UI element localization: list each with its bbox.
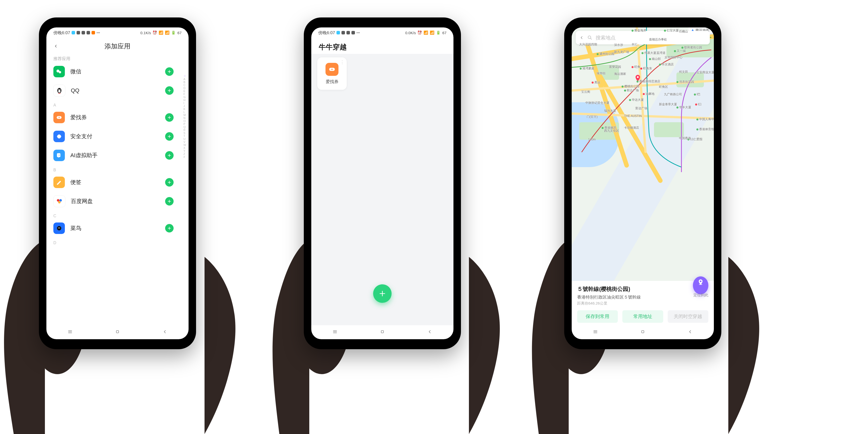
wechat-icon — [53, 66, 65, 77]
app-row[interactable]: 百度网盘 + — [46, 192, 189, 211]
status-app-icon — [71, 31, 75, 34]
add-button[interactable]: + — [165, 151, 174, 160]
map-label: 埃华街 — [597, 71, 606, 75]
add-button[interactable]: + — [165, 67, 174, 76]
map-label: 香港康得思酒店 — [637, 79, 660, 84]
phone-2: 傍晚6:07 ••• 0.0K/s ⏰̸ 📶 📶 🔋 67 牛牛穿越 — [304, 18, 461, 349]
alpha-index-letter[interactable]: V — [184, 141, 186, 144]
baidu-pan-icon — [53, 195, 65, 207]
add-fab[interactable] — [373, 284, 392, 303]
alpha-index-letter[interactable]: Z — [184, 152, 186, 155]
alpha-index-letter[interactable]: W — [184, 144, 186, 147]
map-label: 中旅协记货仓大厦 — [585, 101, 609, 105]
alpha-index-letter[interactable]: I — [184, 101, 186, 104]
home-button[interactable] — [115, 329, 120, 336]
status-rate: 0.0K/s — [405, 31, 416, 35]
close-warp-button[interactable]: 关闭时空穿越 — [668, 310, 708, 323]
map-label: 奥运 — [592, 80, 600, 85]
app-row[interactable]: QQ + — [46, 81, 189, 100]
app-row[interactable]: 微信 + — [46, 62, 189, 81]
app-row[interactable]: AI虚拟助手 + — [46, 146, 189, 165]
status-app-icon — [76, 31, 80, 34]
map-label: 大兴花园四期 — [579, 42, 597, 46]
back-nav-button[interactable] — [427, 329, 433, 336]
locate-here-button[interactable] — [693, 276, 708, 294]
android-nav — [572, 325, 714, 339]
map-label: 荔湾道 — [656, 51, 665, 55]
recent-button[interactable] — [593, 329, 598, 336]
cainiao-icon — [53, 222, 65, 234]
map-label: 140m — [588, 138, 596, 141]
back-button[interactable] — [579, 35, 584, 40]
add-button[interactable]: + — [165, 113, 174, 122]
map-label: 卡尔顿酒店 — [624, 126, 639, 130]
alpha-index-letter[interactable]: H — [184, 98, 186, 101]
map-label: 联合广场 — [624, 88, 639, 93]
map-label: 宝云阁 — [581, 90, 590, 94]
map-label: 京华国际中心 — [664, 55, 682, 60]
alpha-index-letter[interactable]: Q — [184, 125, 186, 128]
map-label: 嘉顿总办事处 — [649, 37, 667, 42]
alpha-index-letter[interactable]: E — [184, 90, 186, 93]
svg-point-4 — [59, 71, 61, 73]
map[interactable]: 腾讯地图 搜索地点 800m 黄金海岸仁宝大厦石磡山大兴花园四期通州街公园深水涉… — [572, 27, 714, 325]
app-row[interactable]: 爱找券 + — [46, 108, 189, 127]
alpha-index-letter[interactable]: F — [184, 93, 186, 96]
alpha-index[interactable]: ☆ABCDEFGHIJKLMNOPQRSTUVWXYZ# — [184, 74, 186, 158]
add-button[interactable]: + — [165, 86, 174, 95]
add-button[interactable]: + — [165, 197, 174, 206]
recent-button[interactable] — [332, 329, 338, 336]
battery-icon: 🔋 — [436, 30, 441, 35]
alpha-index-letter[interactable]: G — [184, 96, 186, 98]
map-label: 瑞兴大厦 — [604, 109, 616, 113]
add-button[interactable]: + — [165, 224, 174, 232]
app-card[interactable]: ⋮ 爱找券 — [317, 57, 347, 90]
favorites-button[interactable]: 常用地址 — [622, 310, 663, 323]
home-button[interactable] — [380, 329, 385, 336]
status-time: 傍晚6:07 — [53, 30, 70, 36]
save-to-favorites-button[interactable]: 保存到常用 — [577, 310, 618, 323]
recent-button[interactable] — [67, 329, 73, 336]
alpha-index-letter[interactable]: O — [184, 120, 186, 122]
notes-icon — [53, 177, 65, 188]
app-row[interactable]: 安全支付 + — [46, 127, 189, 146]
map-label: 旺角 — [631, 65, 640, 69]
map-label: 新九龙广场 — [614, 50, 629, 54]
svg-point-15 — [57, 226, 61, 230]
card-menu-icon[interactable]: ⋮ — [340, 59, 344, 65]
back-button[interactable] — [51, 42, 60, 51]
alpha-index-letter[interactable]: R — [184, 128, 186, 131]
alpha-index-letter[interactable]: X — [184, 147, 186, 149]
alpha-index-letter[interactable]: Y — [184, 149, 186, 152]
app-row[interactable]: 便签 + — [46, 173, 189, 192]
alpha-index-letter[interactable]: ☆ — [184, 74, 186, 78]
map-label: 旺角区 — [659, 85, 668, 89]
alpha-index-letter[interactable]: # — [184, 155, 186, 158]
alpha-index-letter[interactable]: C — [184, 84, 186, 87]
alpha-index-letter[interactable]: P — [184, 122, 186, 125]
add-button[interactable]: + — [165, 132, 174, 141]
svg-point-23 — [332, 69, 333, 70]
status-app-icon — [337, 31, 340, 34]
back-nav-button[interactable] — [162, 329, 167, 336]
alpha-index-letter[interactable]: J — [184, 104, 186, 107]
app-list[interactable]: 推荐应用 微信 + QQ + A — [46, 54, 189, 325]
signal-icon: 📶 — [159, 30, 163, 35]
search-icon — [587, 35, 593, 40]
alpha-index-letter[interactable]: S — [184, 131, 186, 134]
alpha-index-letter[interactable]: D — [184, 87, 186, 90]
alpha-index-letter[interactable]: U — [184, 137, 186, 141]
back-nav-button[interactable] — [687, 329, 693, 336]
alpha-index-letter[interactable]: B — [184, 81, 186, 84]
map-label: 仁宝大厦 — [664, 28, 679, 33]
alpha-index-letter[interactable]: A — [184, 78, 186, 81]
home-button[interactable] — [640, 329, 646, 336]
map-label: 帝京酒店 — [659, 62, 674, 67]
app-row[interactable]: 菜鸟 + — [46, 219, 189, 238]
alpha-index-letter[interactable]: K — [184, 107, 186, 111]
alpha-index-letter[interactable]: N — [184, 117, 186, 120]
alpha-index-letter[interactable]: L — [184, 111, 186, 114]
alpha-index-letter[interactable]: T — [184, 134, 186, 137]
add-button[interactable]: + — [165, 178, 174, 187]
alpha-index-letter[interactable]: M — [184, 114, 186, 117]
